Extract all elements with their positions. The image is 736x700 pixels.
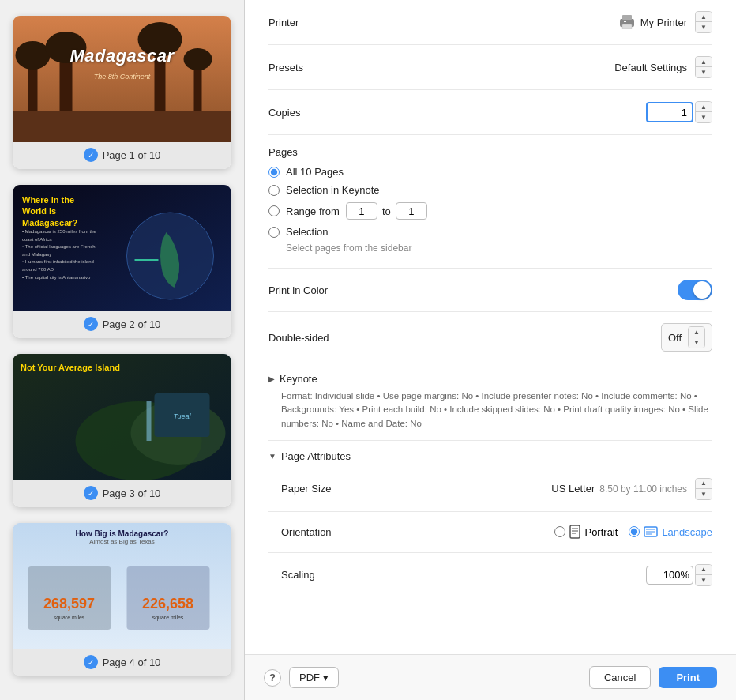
copies-stepper-up[interactable]: ▲ — [696, 102, 712, 112]
scaling-input[interactable] — [646, 566, 693, 585]
scaling-stepper-up[interactable]: ▲ — [696, 565, 712, 575]
double-sided-value: Off — [668, 332, 682, 344]
toggle-knob — [693, 281, 711, 299]
presets-stepper[interactable]: ▲ ▼ — [695, 56, 712, 78]
scaling-stepper[interactable]: ▲ ▼ — [695, 564, 712, 586]
page-thumb-2[interactable]: Where in the World is Madagascar? • Mada… — [13, 185, 231, 338]
keynote-section-header[interactable]: ▶ Keynote — [268, 363, 712, 390]
paper-size-stepper[interactable]: ▲ ▼ — [695, 478, 712, 500]
double-sided-stepper[interactable]: ▲ ▼ — [688, 326, 705, 348]
landscape-option[interactable]: Landscape — [629, 526, 712, 538]
keynote-chevron-icon: ▶ — [268, 374, 275, 383]
page-thumb-1[interactable]: Madagascar The 8th Continent ✓ Page 1 of… — [13, 16, 231, 169]
svg-text:Tueal: Tueal — [174, 412, 192, 420]
page3-check-badge: ✓ — [84, 486, 98, 500]
printer-stepper-down[interactable]: ▼ — [696, 22, 712, 32]
page-thumb-4[interactable]: 268,597 square miles 226,658 square mile… — [13, 523, 231, 676]
paper-size-label: Paper Size — [281, 483, 407, 495]
presets-selector[interactable]: Default Settings ▲ ▼ — [614, 56, 712, 78]
presets-stepper-up[interactable]: ▲ — [696, 57, 712, 67]
scaling-stepper-down[interactable]: ▼ — [696, 575, 712, 585]
presets-control: Default Settings ▲ ▼ — [395, 56, 712, 78]
page4-label: ✓ Page 4 of 10 — [13, 649, 231, 676]
keynote-section-content: Format: Individual slide • Use page marg… — [268, 390, 712, 441]
svg-rect-17 — [147, 401, 152, 441]
landscape-icon — [644, 526, 658, 537]
cancel-button[interactable]: Cancel — [589, 666, 651, 689]
page2-check-badge: ✓ — [84, 317, 98, 331]
pages-selection-keynote-row[interactable]: Selection in Keynote — [268, 184, 712, 196]
range-to-input[interactable] — [396, 202, 427, 220]
double-sided-label: Double-sided — [268, 332, 395, 344]
help-button[interactable]: ? — [264, 669, 281, 687]
page2-bullets: • Madagascar is 250 miles from the coast… — [22, 228, 96, 281]
pages-selection-keynote-label[interactable]: Selection in Keynote — [286, 184, 380, 196]
print-settings-panel: Printer My Printer ▲ ▼ — [245, 0, 736, 700]
copies-row: Copies ▲ ▼ — [268, 90, 712, 135]
page1-subtitle: The 8th Continent — [13, 73, 231, 81]
pages-manual-selection-row[interactable]: Selection — [268, 226, 712, 238]
copies-stepper-down[interactable]: ▼ — [696, 112, 712, 122]
copies-stepper[interactable]: ▲ ▼ — [695, 101, 712, 123]
pages-range-row[interactable]: Range from to — [268, 202, 712, 220]
paper-size-dims: 8.50 by 11.00 inches — [599, 484, 687, 495]
pages-all-label[interactable]: All 10 Pages — [286, 166, 344, 178]
pages-selection-keynote-radio[interactable] — [268, 185, 280, 196]
page1-check-badge: ✓ — [84, 148, 98, 162]
printer-stepper[interactable]: ▲ ▼ — [695, 11, 712, 33]
pages-range-radio[interactable] — [268, 205, 280, 216]
page-thumb-3[interactable]: Tueal Not Your Average Island ✓ Page 3 o… — [13, 354, 231, 507]
page-thumbnails-sidebar: Madagascar The 8th Continent ✓ Page 1 of… — [0, 0, 245, 700]
bottom-bar: ? PDF ▾ Cancel Print — [245, 654, 736, 700]
scaling-label: Scaling — [281, 569, 407, 581]
printer-label: Printer — [268, 17, 395, 28]
landscape-label[interactable]: Landscape — [662, 526, 712, 538]
svg-text:square miles: square miles — [152, 615, 184, 621]
range-from-input[interactable] — [346, 202, 377, 220]
paper-size-control: US Letter 8.50 by 11.00 inches ▲ ▼ — [407, 478, 712, 500]
orientation-options: Portrait Landscape — [554, 525, 712, 539]
portrait-radio[interactable] — [554, 526, 565, 537]
svg-rect-31 — [570, 525, 580, 538]
printer-control: My Printer ▲ ▼ — [395, 11, 712, 33]
paper-size-row: Paper Size US Letter 8.50 by 11.00 inche… — [268, 467, 712, 512]
pages-manual-radio[interactable] — [268, 227, 280, 238]
page-attributes-chevron-icon: ▼ — [268, 452, 276, 461]
page4-check-badge: ✓ — [84, 655, 98, 669]
print-button[interactable]: Print — [659, 667, 717, 688]
print-in-color-toggle[interactable] — [678, 280, 712, 300]
page-attributes-section: ▼ Page Attributes Paper Size US Letter 8… — [268, 441, 712, 597]
paper-size-stepper-up[interactable]: ▲ — [696, 479, 712, 489]
keynote-section-title: Keynote — [280, 373, 317, 385]
scaling-row: Scaling ▲ ▼ — [268, 553, 712, 597]
page-attributes-header[interactable]: ▼ Page Attributes — [268, 441, 712, 467]
pdf-chevron-icon: ▾ — [323, 672, 329, 683]
printer-icon — [618, 15, 636, 29]
page3-title: Not Your Average Island — [21, 362, 120, 374]
paper-size-name: US Letter — [551, 483, 595, 495]
paper-size-selector[interactable]: US Letter 8.50 by 11.00 inches ▲ ▼ — [551, 478, 712, 500]
range-to-text: to — [382, 205, 391, 217]
printer-stepper-up[interactable]: ▲ — [696, 12, 712, 22]
page4-title: How Big is Madagascar? Almost as Big as … — [21, 529, 223, 545]
paper-size-stepper-down[interactable]: ▼ — [696, 489, 712, 499]
double-sided-row: Double-sided Off ▲ ▼ — [268, 312, 712, 363]
presets-stepper-down[interactable]: ▼ — [696, 67, 712, 77]
orientation-row: Orientation Portrait — [268, 512, 712, 553]
portrait-label[interactable]: Portrait — [584, 526, 618, 538]
pages-all-radio[interactable] — [268, 167, 280, 178]
double-sided-stepper-down[interactable]: ▼ — [689, 337, 704, 348]
printer-selector[interactable]: My Printer ▲ ▼ — [618, 11, 712, 33]
copies-input[interactable] — [646, 102, 693, 122]
pages-manual-label[interactable]: Selection — [286, 226, 328, 238]
double-sided-dropdown[interactable]: Off ▲ ▼ — [661, 323, 712, 352]
landscape-radio[interactable] — [629, 526, 640, 537]
pages-all-row[interactable]: All 10 Pages — [268, 166, 712, 178]
double-sided-stepper-up[interactable]: ▲ — [689, 327, 704, 337]
pages-range-label[interactable]: Range from — [286, 205, 340, 217]
pdf-button[interactable]: PDF ▾ — [289, 667, 339, 688]
copies-label: Copies — [268, 107, 395, 119]
portrait-option[interactable]: Portrait — [554, 525, 618, 539]
svg-text:square miles: square miles — [54, 615, 85, 621]
pdf-label: PDF — [299, 672, 320, 683]
